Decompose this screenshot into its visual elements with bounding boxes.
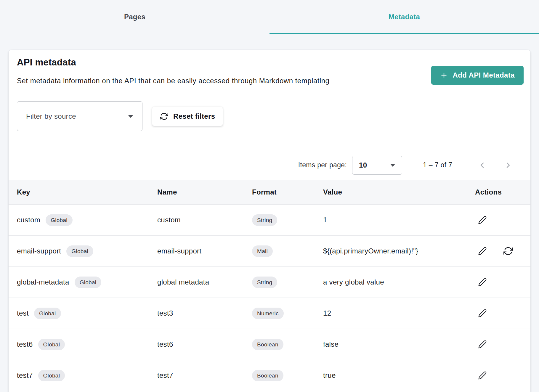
column-header-format: Format — [252, 188, 323, 196]
source-badge: Global — [66, 245, 93, 257]
chevron-left-icon — [478, 161, 487, 170]
page-size-select[interactable]: 10 — [352, 156, 402, 175]
tab-pages-label: Pages — [124, 13, 145, 21]
source-badge: Global — [75, 277, 102, 288]
metadata-value: false — [323, 340, 475, 348]
tab-pages[interactable]: Pages — [0, 0, 270, 34]
metadata-key: custom — [17, 216, 40, 224]
pagination-range: 1 – 7 of 7 — [423, 161, 452, 169]
source-badge: Global — [38, 339, 65, 350]
reset-filters-button[interactable]: Reset filters — [152, 107, 223, 126]
next-page-button[interactable] — [501, 158, 515, 172]
metadata-name: custom — [157, 216, 252, 224]
metadata-name: email-support — [157, 247, 252, 255]
top-tabbar: Pages Metadata — [0, 0, 539, 34]
api-metadata-panel: API metadata Set metadata information on… — [9, 50, 530, 392]
column-header-name: Name — [157, 188, 252, 196]
format-badge: Numeric — [252, 308, 284, 319]
format-badge: String — [252, 214, 277, 226]
table-row: test6 Global test6 Boolean false — [9, 329, 530, 360]
pencil-icon — [478, 309, 487, 318]
metadata-value: ${(api.primaryOwner.email)!"} — [323, 247, 475, 255]
edit-button[interactable] — [478, 216, 487, 224]
edit-button[interactable] — [478, 278, 487, 287]
previous-page-button[interactable] — [475, 158, 489, 172]
filter-by-source-placeholder: Filter by source — [26, 112, 76, 121]
column-header-actions: Actions — [475, 188, 522, 196]
tab-metadata-label: Metadata — [389, 13, 420, 21]
refresh-icon — [160, 112, 168, 121]
filter-by-source-select[interactable]: Filter by source — [17, 101, 142, 131]
edit-button[interactable] — [478, 340, 487, 349]
pencil-icon — [478, 278, 487, 287]
table-row: email-support Global email-support Mail … — [9, 236, 530, 267]
metadata-value: a very global value — [323, 278, 475, 286]
column-header-key: Key — [17, 188, 157, 196]
caret-down-icon — [390, 164, 395, 167]
pencil-icon — [478, 247, 487, 256]
edit-button[interactable] — [478, 247, 487, 256]
table-row: global-metadata Global global metadata S… — [9, 267, 530, 298]
format-badge: Boolean — [252, 339, 283, 350]
table-row: test Global test3 Numeric 12 — [9, 298, 530, 329]
metadata-key: test — [17, 309, 29, 317]
caret-down-icon — [128, 115, 133, 118]
edit-button[interactable] — [478, 309, 487, 318]
plus-icon — [440, 71, 448, 79]
format-badge: Mail — [252, 245, 273, 257]
metadata-value: true — [323, 371, 475, 380]
metadata-key: email-support — [17, 247, 61, 255]
refresh-metadata-button[interactable] — [503, 246, 513, 256]
metadata-name: test7 — [157, 371, 252, 380]
source-badge: Global — [38, 370, 65, 381]
items-per-page-label: Items per page: — [298, 161, 347, 169]
filter-bar: Filter by source Reset filters — [17, 101, 522, 131]
format-badge: Boolean — [252, 370, 283, 381]
tab-metadata[interactable]: Metadata — [270, 0, 539, 34]
page-size-value: 10 — [359, 161, 367, 169]
metadata-key: global-metadata — [17, 278, 69, 286]
format-badge: String — [252, 277, 277, 288]
metadata-key: test7 — [17, 371, 33, 380]
table-row: test7 Global test7 Boolean true — [9, 360, 530, 391]
panel-header: API metadata Set metadata information on… — [9, 50, 530, 85]
metadata-name: test6 — [157, 340, 252, 348]
edit-button[interactable] — [478, 371, 487, 380]
metadata-name: test3 — [157, 309, 252, 317]
chevron-right-icon — [504, 161, 513, 170]
metadata-value: 12 — [323, 309, 475, 317]
reset-filters-label: Reset filters — [173, 112, 215, 121]
source-badge: Global — [46, 214, 73, 226]
pencil-icon — [478, 340, 487, 349]
source-badge: Global — [34, 308, 61, 319]
refresh-icon — [503, 246, 513, 256]
metadata-key: test6 — [17, 340, 33, 348]
table-row: custom Global custom String 1 — [9, 205, 530, 236]
metadata-name: global metadata — [157, 278, 252, 286]
add-api-metadata-button[interactable]: Add API Metadata — [431, 66, 524, 85]
add-api-metadata-label: Add API Metadata — [453, 71, 515, 79]
pencil-icon — [478, 371, 487, 380]
pencil-icon — [478, 216, 487, 224]
pagination-bar: Items per page: 10 1 – 7 of 7 — [9, 150, 530, 180]
metadata-value: 1 — [323, 216, 475, 224]
column-header-value: Value — [323, 188, 475, 196]
table-header-row: Key Name Format Value Actions — [9, 180, 530, 205]
